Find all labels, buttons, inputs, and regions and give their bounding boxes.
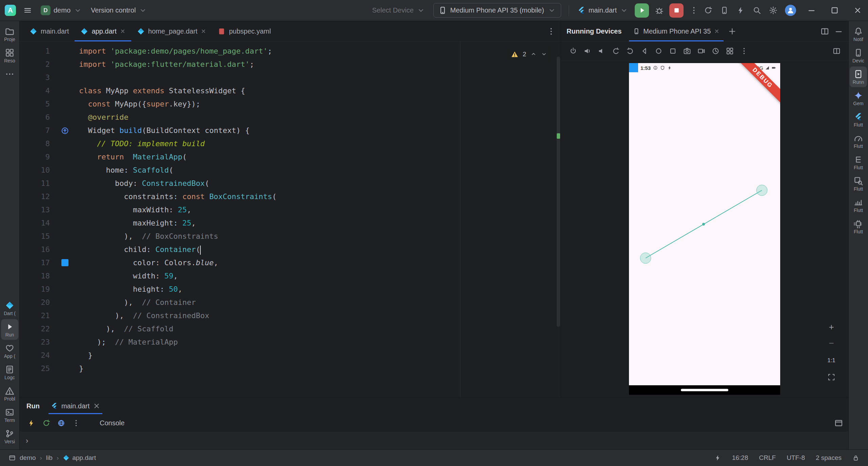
rotate-right-button[interactable] [624,44,636,57]
gutter[interactable] [59,177,79,190]
code-line[interactable]: 2import 'package:flutter/material.dart'; [20,58,561,71]
version-control-menu[interactable]: Version control [87,4,151,17]
snapshots-button[interactable] [709,44,722,57]
run-tab-main-dart[interactable]: main.dart [48,398,102,414]
more-actions-button[interactable] [737,44,750,57]
tool-button-app-quality-insights[interactable]: App ( [1,341,18,361]
add-device-tab-button[interactable] [726,25,738,37]
tool-button-resource-manager[interactable]: Reso [1,45,18,66]
device-manager-button[interactable] [717,3,731,18]
next-problem-button[interactable] [541,51,547,57]
gutter[interactable] [59,58,79,71]
run-configuration-selector[interactable]: main.dart [574,4,632,17]
code-line[interactable]: 12 constraints: const BoxConstraints( [20,190,561,203]
window-minimize-button[interactable] [801,0,822,21]
tool-button-flutter-memory[interactable]: Flutt [850,216,867,237]
zoom-in-button[interactable]: + [825,322,837,332]
gutter[interactable] [59,296,79,309]
gutter[interactable] [59,283,79,296]
gutter[interactable] [59,111,79,124]
readonly-lock-button[interactable] [852,454,859,461]
tool-button-flutter-performance[interactable]: Flutt [850,131,867,151]
volume-down-button[interactable] [595,44,608,57]
editor-tab-pubspec.yaml[interactable]: pubspec.yaml [212,21,276,41]
overview-button[interactable] [666,44,679,57]
rotate-left-button[interactable] [609,44,622,57]
hide-panel-button[interactable] [834,27,843,36]
breadcrumb-item-demo[interactable]: demo [20,454,36,462]
gutter[interactable] [59,163,79,177]
code-line[interactable]: 19 height: 50, [20,283,561,296]
select-device-dropdown[interactable]: Select Device [369,4,429,17]
code-line[interactable]: 25} [20,362,561,375]
tool-button-gemini[interactable]: Gem [850,88,867,109]
window-close-button[interactable] [847,0,868,21]
code-line[interactable]: 22 ), // Scaffold [20,322,561,335]
gutter[interactable] [59,362,79,375]
code-line[interactable]: 5 const MyApp({super.key}); [20,97,561,111]
code-line[interactable]: 9 return MaterialApp( [20,150,561,163]
gutter[interactable] [59,322,79,335]
gutter[interactable] [59,203,79,216]
layout-settings-button[interactable] [834,419,843,427]
tab-close-button[interactable] [120,28,125,34]
gutter[interactable] [59,216,79,230]
home-button[interactable] [652,44,665,57]
zoom-fit-button[interactable] [825,372,837,383]
code-line[interactable]: 7 Widget build(BuildContext context) { [20,124,561,137]
previous-problem-button[interactable] [530,51,537,57]
zoom-out-button[interactable]: − [825,338,837,349]
tab-close-button[interactable] [201,28,206,34]
emulator-display[interactable]: 1:53 3G [629,63,780,395]
gutter[interactable] [59,256,79,269]
gutter[interactable] [59,71,79,84]
tool-button-device-manager[interactable]: Devic [850,45,867,66]
code-line[interactable]: 15 ), // BoxConstraints [20,230,561,243]
run-tab-close[interactable] [93,402,100,410]
power-button[interactable] [567,44,579,57]
gutter[interactable] [59,349,79,362]
editor-tab-home_page.dart[interactable]: home_page.dart [131,21,212,41]
dart-analysis-indicator[interactable] [714,454,721,461]
gradle-sync-button[interactable] [701,3,715,18]
profiler-button[interactable] [733,3,748,18]
indent-widget[interactable]: 2 spaces [816,454,842,462]
breadcrumb-item-lib[interactable]: lib [46,454,53,462]
hot-reload-button[interactable] [25,417,37,429]
line-ending-widget[interactable]: CRLF [759,454,776,462]
tool-button-running-devices[interactable]: Runn [850,66,867,87]
more-options-button[interactable] [70,417,82,429]
code-line[interactable]: 17 color: Colors.blue, [20,256,561,269]
code-line[interactable]: 6 @override [20,111,561,124]
stop-button[interactable] [669,3,684,18]
tab-options-button[interactable] [547,27,555,36]
gutter[interactable] [59,97,79,111]
inspections-widget[interactable]: 2 [507,46,551,62]
code-editor[interactable]: 1import 'package:demo/pages/home_page.da… [20,42,561,397]
main-menu-button[interactable] [20,4,35,17]
device-tab-close[interactable] [714,28,719,34]
code-line[interactable]: 4class MyApp extends StatelessWidget { [20,84,561,97]
color-swatch[interactable] [61,259,68,266]
apps-button[interactable] [723,44,736,57]
tool-button-version-control[interactable]: Versi [1,426,18,447]
run-button[interactable] [635,3,649,18]
tool-button-logcat[interactable]: Logc [1,362,18,383]
tool-button-dart-analysis[interactable]: Dart ( [1,298,18,318]
breadcrumb-item-app.dart[interactable]: app.dart [63,454,96,462]
volume-up-button[interactable] [581,44,594,57]
code-line[interactable]: 8 // TODO: implement build [20,137,561,150]
gutter[interactable] [59,335,79,349]
emulator-screen[interactable]: 1:53 3G [629,63,780,385]
code-line[interactable]: 18 width: 59, [20,269,561,283]
project-selector[interactable]: D demo [37,3,85,18]
gutter[interactable] [59,190,79,203]
device-tab[interactable]: Medium Phone API 35 [629,21,724,41]
gutter[interactable] [59,309,79,322]
tool-button-flutter-network[interactable]: Flutt [850,195,867,215]
editor-tab-main.dart[interactable]: main.dart [24,21,75,41]
screenshot-button[interactable] [680,44,693,57]
caret-position-widget[interactable]: 16:28 [732,454,748,462]
emulator-nav-bar[interactable] [629,385,780,395]
run-more-actions[interactable] [687,3,701,18]
